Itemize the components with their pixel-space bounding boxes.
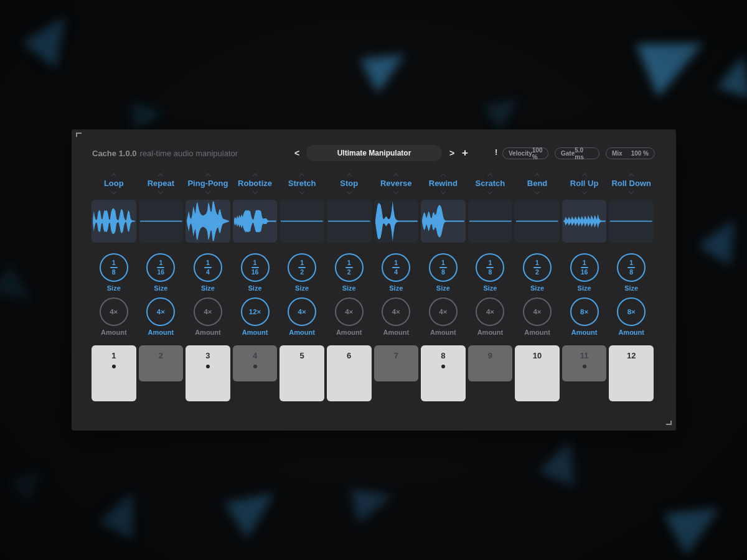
velocity-param[interactable]: Velocity 100 %	[502, 147, 548, 159]
alert-indicator[interactable]: !	[495, 147, 497, 157]
size-knob[interactable]: 116	[241, 253, 270, 282]
effect-name[interactable]: Ping-Pong	[187, 179, 228, 189]
chevron-down-icon[interactable]	[346, 190, 352, 195]
waveform-display[interactable]	[233, 200, 278, 243]
pad-keyboard: 1 2 3 4 5 6 7 8 9 10 11 12	[92, 345, 654, 401]
amount-knob[interactable]: 4×	[429, 297, 458, 326]
effect-name[interactable]: Rewind	[429, 179, 458, 189]
chevron-up-icon[interactable]	[393, 173, 399, 177]
chevron-up-icon[interactable]	[205, 173, 211, 177]
size-knob[interactable]: 18	[617, 253, 646, 282]
size-knob[interactable]: 12	[288, 253, 316, 282]
waveform-display[interactable]	[515, 200, 560, 243]
pad-9[interactable]: 9	[468, 345, 513, 381]
amount-label: Amount	[289, 329, 315, 336]
preset-next-button[interactable]: >	[446, 147, 458, 159]
pad-5[interactable]: 5	[280, 345, 324, 401]
chevron-down-icon[interactable]	[205, 190, 211, 195]
pad-8[interactable]: 8	[421, 345, 466, 401]
chevron-up-icon[interactable]	[487, 173, 493, 177]
size-knob[interactable]: 14	[382, 253, 410, 282]
size-knob[interactable]: 18	[100, 253, 128, 282]
pad-1[interactable]: 1	[92, 345, 136, 401]
chevron-up-icon[interactable]	[111, 173, 117, 177]
amount-knob[interactable]: 12×	[241, 297, 270, 326]
size-knob[interactable]: 18	[476, 253, 504, 282]
chevron-down-icon[interactable]	[157, 190, 164, 195]
effect-name[interactable]: Stop	[340, 179, 358, 189]
pad-6[interactable]: 6	[327, 345, 372, 401]
waveform-display[interactable]	[186, 200, 230, 243]
effect-name[interactable]: Reverse	[380, 179, 412, 189]
gate-param[interactable]: Gate 5.0 ms	[555, 147, 599, 159]
pad-2[interactable]: 2	[139, 345, 184, 381]
effect-name[interactable]: Repeat	[148, 179, 174, 189]
chevron-up-icon[interactable]	[581, 173, 588, 177]
effect-name[interactable]: Bend	[527, 179, 548, 189]
pad-4[interactable]: 4	[233, 345, 278, 381]
chevron-up-icon[interactable]	[299, 173, 305, 177]
amount-knob[interactable]: 4×	[523, 297, 552, 326]
amount-knob[interactable]: 4×	[476, 297, 504, 326]
mix-label: Mix	[612, 150, 622, 157]
resize-corner-bottom-right-icon[interactable]	[666, 421, 672, 425]
resize-corner-top-left-icon[interactable]	[76, 133, 82, 137]
preset-selector[interactable]: Ultimate Manipulator	[306, 145, 442, 161]
size-knob[interactable]: 12	[335, 253, 364, 282]
waveform-display[interactable]	[468, 200, 513, 243]
amount-knob[interactable]: 8×	[570, 297, 599, 326]
waveform-display[interactable]	[562, 200, 607, 243]
effect-name[interactable]: Loop	[104, 179, 124, 189]
waveform-display[interactable]	[327, 200, 372, 243]
amount-knob[interactable]: 4×	[194, 297, 222, 326]
amount-knob[interactable]: 4×	[146, 297, 175, 326]
waveform-display[interactable]	[139, 200, 184, 243]
pad-12[interactable]: 12	[609, 345, 654, 401]
size-label: Size	[389, 284, 403, 292]
mix-param[interactable]: Mix 100 %	[606, 147, 655, 159]
amount-knob[interactable]: 4×	[288, 297, 316, 326]
effect-name[interactable]: Scratch	[476, 179, 505, 189]
size-knob[interactable]: 18	[429, 253, 458, 282]
waveform-display[interactable]	[280, 200, 324, 243]
size-knob[interactable]: 116	[146, 253, 175, 282]
amount-knob[interactable]: 8×	[617, 297, 646, 326]
amount-knob[interactable]: 4×	[335, 297, 364, 326]
chevron-down-icon[interactable]	[534, 190, 540, 195]
chevron-down-icon[interactable]	[581, 190, 588, 195]
chevron-up-icon[interactable]	[440, 173, 446, 177]
chevron-down-icon[interactable]	[111, 190, 117, 195]
size-numerator: 1	[206, 259, 210, 266]
chevron-down-icon[interactable]	[252, 190, 258, 195]
chevron-up-icon[interactable]	[628, 173, 634, 177]
chevron-up-icon[interactable]	[534, 173, 540, 177]
effect-name[interactable]: Roll Down	[611, 179, 651, 189]
chevron-down-icon[interactable]	[487, 190, 493, 195]
size-knob[interactable]: 14	[194, 253, 222, 282]
chevron-down-icon[interactable]	[393, 190, 399, 195]
waveform-display[interactable]	[92, 200, 136, 243]
waveform-display[interactable]	[421, 200, 466, 243]
size-knob[interactable]: 116	[570, 253, 599, 282]
effect-name[interactable]: Stretch	[288, 179, 316, 189]
waveform-display[interactable]	[609, 200, 654, 243]
amount-knob[interactable]: 4×	[382, 297, 410, 326]
chevron-up-icon[interactable]	[157, 173, 164, 177]
pad-3[interactable]: 3	[186, 345, 230, 401]
add-preset-button[interactable]: +	[459, 146, 471, 161]
chevron-down-icon[interactable]	[628, 190, 634, 195]
pad-7[interactable]: 7	[374, 345, 419, 381]
waveform-display[interactable]	[374, 200, 419, 243]
pad-11[interactable]: 11	[562, 345, 607, 381]
pad-10[interactable]: 10	[515, 345, 560, 401]
size-knob[interactable]: 12	[523, 253, 552, 282]
amount-knob[interactable]: 4×	[100, 297, 128, 326]
effect-column-ping-pong: Ping-Pong 14 Size 4× Amount	[186, 172, 230, 336]
chevron-down-icon[interactable]	[440, 190, 446, 195]
chevron-up-icon[interactable]	[346, 173, 352, 177]
preset-prev-button[interactable]: <	[291, 147, 303, 159]
chevron-down-icon[interactable]	[299, 190, 305, 195]
chevron-up-icon[interactable]	[252, 173, 258, 177]
effect-name[interactable]: Roll Up	[570, 179, 599, 189]
effect-name[interactable]: Robotize	[238, 179, 272, 189]
